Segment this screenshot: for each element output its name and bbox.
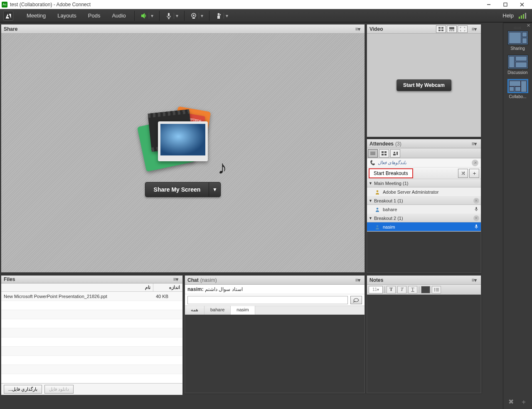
svg-rect-22 (382, 154, 384, 155)
chat-pod-header[interactable]: Chat (nasim) ≡▾ (185, 276, 365, 285)
chat-send-button[interactable] (350, 296, 362, 304)
notes-italic-icon[interactable]: T (397, 286, 406, 293)
svg-rect-20 (382, 151, 384, 153)
pod-title: Files (4, 276, 15, 282)
layout-delete-icon[interactable]: ✖ (508, 398, 514, 407)
svg-rect-9 (438, 27, 441, 29)
layout-item-sharing[interactable]: Sharing (507, 31, 529, 51)
attendees-pod-header[interactable]: Attendees (3) ≡▾ (367, 139, 481, 148)
svg-rect-4 (168, 13, 170, 16)
mic-dropdown[interactable]: ▾ (174, 13, 179, 19)
download-file-button[interactable]: دانلود فایل (44, 385, 74, 394)
close-button[interactable] (514, 0, 530, 9)
attendee-group-header[interactable]: ▼Breakout 2 (1)✕ (367, 214, 481, 222)
files-pod-header[interactable]: Files ≡▾ (1, 276, 182, 283)
pod-options-icon[interactable]: ≡▾ (354, 25, 362, 33)
attendee-row[interactable]: nasim (367, 222, 481, 232)
adobe-logo-icon[interactable] (3, 11, 13, 21)
layout-add-icon[interactable]: ＋ (520, 398, 527, 407)
attendees-pod-body: 📞 بلندگوهای فعال ✕ Start Breakouts ⤮ ＋ ▼… (367, 148, 481, 232)
close-speakers-icon[interactable]: ✕ (472, 160, 478, 166)
share-my-screen-button[interactable]: Share My Screen ▼ (145, 182, 221, 197)
notes-underline-icon[interactable]: T (408, 286, 417, 293)
video-fullscreen-icon[interactable] (458, 25, 468, 33)
video-filmstrip-view-icon[interactable] (447, 25, 457, 33)
video-pod-header[interactable]: Video ≡▾ (367, 25, 481, 34)
notes-font-size[interactable]: 11 ▾ (369, 286, 383, 293)
upload-file-button[interactable]: بارگذاري فایل... (4, 385, 42, 394)
start-my-webcam-button[interactable]: Start My Webcam (397, 79, 451, 91)
add-breakout-icon[interactable]: ＋ (469, 169, 479, 178)
menu-pods[interactable]: Pods (82, 12, 106, 19)
attendee-row[interactable]: bahare (367, 205, 481, 214)
minimize-button[interactable] (480, 0, 497, 9)
webcam-dropdown[interactable]: ▾ (199, 13, 204, 19)
chat-subtitle: (nasim) (200, 277, 217, 283)
attendee-status-view-icon[interactable] (390, 149, 400, 158)
layout-thumb-icon (507, 79, 528, 93)
pod-options-icon[interactable]: ≡▾ (172, 276, 180, 283)
file-row[interactable]: New Microsoft PowerPoint Presentation_21… (1, 292, 182, 301)
svg-rect-26 (397, 152, 398, 155)
share-pod-header[interactable]: Share ≡▾ (1, 25, 365, 34)
pod-options-icon[interactable]: ≡▾ (470, 140, 478, 148)
chat-pod: Chat (nasim) ≡▾ nasim: استاد سوال داشتم … (185, 275, 365, 393)
attendees-pod: Attendees (3) ≡▾ 📞 بلندگوهای فعال ✕ Star… (367, 139, 481, 273)
layout-thumb-icon (507, 31, 528, 45)
pod-title: Notes (369, 277, 383, 283)
share-dropdown-icon[interactable]: ▼ (209, 182, 220, 197)
video-pod: Video ≡▾ Start My Webcam (367, 24, 481, 137)
webcam-button[interactable]: ▾ (187, 10, 207, 21)
chat-log[interactable]: nasim: استاد سوال داشتم (185, 285, 365, 294)
connection-status-icon[interactable] (519, 13, 526, 19)
chat-tab[interactable]: nasim (231, 306, 255, 315)
menu-audio[interactable]: Audio (106, 12, 131, 19)
notes-color-icon[interactable] (421, 286, 430, 293)
remove-group-icon[interactable]: ✕ (473, 215, 479, 221)
attendee-row[interactable]: Adobe Server Administrator (367, 187, 481, 197)
layout-item-collaboration[interactable]: Collabo... (507, 79, 529, 99)
chat-input[interactable] (187, 296, 348, 304)
layout-item-discussion[interactable]: Discussion (507, 55, 529, 75)
speaker-dropdown[interactable]: ▾ (149, 13, 154, 19)
help-menu[interactable]: Help (502, 12, 514, 19)
remove-group-icon[interactable]: ✕ (473, 198, 479, 204)
notes-pod-header[interactable]: Notes ≡▾ (367, 276, 481, 285)
menu-meeting[interactable]: Meeting (21, 12, 52, 19)
chat-tabs: همهbaharenasim (185, 306, 365, 315)
attendee-list-view-icon[interactable] (368, 149, 378, 158)
raise-hand-dropdown[interactable]: ▾ (224, 13, 229, 19)
notes-bullets-icon[interactable] (432, 286, 441, 293)
svg-rect-21 (384, 151, 387, 153)
notes-bold-icon[interactable]: T (387, 286, 396, 293)
menu-layouts[interactable]: Layouts (52, 12, 82, 19)
attendee-group-header[interactable]: ▼Main Meeting (1) (367, 179, 481, 187)
rotate-breakouts-icon[interactable]: ⤮ (458, 169, 468, 178)
maximize-button[interactable] (497, 0, 514, 9)
video-grid-view-icon[interactable] (436, 25, 446, 33)
svg-rect-14 (449, 30, 451, 31)
files-column-size[interactable]: اندازه (153, 283, 182, 291)
svg-rect-10 (441, 27, 443, 29)
mic-status-icon (474, 207, 478, 212)
attendee-group-header[interactable]: ▼Breakout 1 (1)✕ (367, 197, 481, 205)
svg-rect-11 (438, 30, 441, 31)
speaker-button[interactable]: ▾ (137, 10, 157, 21)
pod-options-icon[interactable]: ≡▾ (470, 276, 478, 284)
mic-button[interactable]: ▾ (162, 10, 182, 21)
chat-tab[interactable]: همه (185, 306, 204, 315)
notes-pod: Notes ≡▾ 11 ▾ T T T (367, 275, 481, 393)
pod-title: Chat (187, 277, 199, 283)
files-column-name[interactable]: نام (1, 283, 153, 291)
files-list[interactable]: New Microsoft PowerPoint Presentation_21… (1, 292, 182, 383)
pod-options-icon[interactable]: ≡▾ (470, 25, 478, 33)
raise-hand-button[interactable]: ▾ (212, 10, 232, 21)
svg-rect-29 (476, 207, 477, 209)
pod-options-icon[interactable]: ≡▾ (354, 276, 362, 284)
title-bar: Ac test (Collaboration) - Adobe Connect (0, 0, 532, 9)
svg-point-30 (377, 225, 379, 227)
chat-tab[interactable]: bahare (204, 306, 231, 315)
layouts-rail-close[interactable]: ✕ (527, 23, 530, 28)
attendee-breakout-view-icon[interactable] (379, 149, 389, 158)
start-breakouts-button[interactable]: Start Breakouts (369, 168, 413, 178)
